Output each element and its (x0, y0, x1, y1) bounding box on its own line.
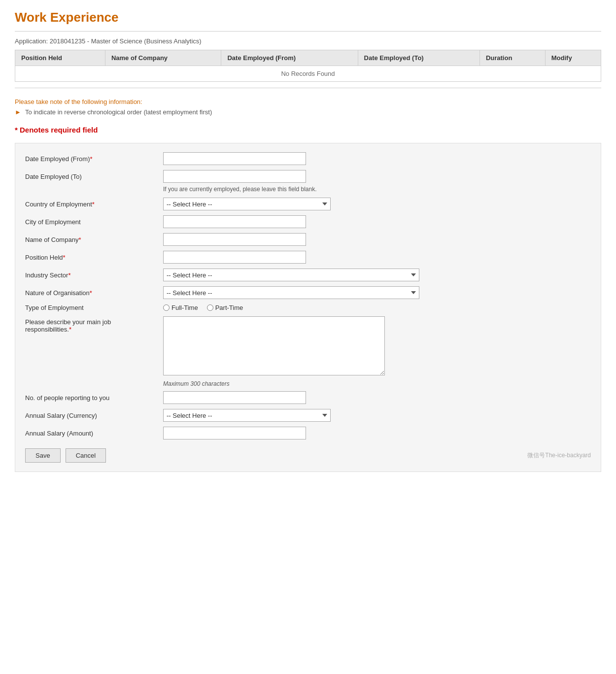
industry-label: Industry Sector* (25, 271, 163, 279)
col-company-name: Name of Company (105, 50, 221, 66)
divider-top (15, 31, 601, 32)
divider-middle (15, 88, 601, 88)
col-position-held: Position Held (15, 50, 105, 66)
work-experience-table: Position Held Name of Company Date Emplo… (15, 50, 601, 82)
job-desc-label: Please describe your main job responsibi… (25, 316, 163, 333)
country-label: Country of Employment* (25, 201, 163, 208)
reporting-label: No. of people reporting to you (25, 394, 163, 402)
reporting-row: No. of people reporting to you (25, 391, 591, 404)
nature-row: Nature of Organisation* -- Select Here -… (25, 286, 591, 299)
salary-currency-row: Annual Salary (Currency) -- Select Here … (25, 409, 591, 422)
nature-label: Nature of Organisation* (25, 289, 163, 297)
date-to-input[interactable] (163, 170, 306, 183)
date-from-row: Date Employed (From)* (25, 152, 591, 165)
col-date-from: Date Employed (From) (221, 50, 358, 66)
salary-currency-label: Annual Salary (Currency) (25, 412, 163, 419)
salary-amount-input[interactable] (163, 427, 306, 439)
watermark: 微信号The-ice-backyard (527, 451, 591, 460)
required-field-note: * Denotes required field (15, 126, 601, 134)
button-row: Save Cancel 微信号The-ice-backyard (25, 448, 591, 463)
country-select[interactable]: -- Select Here -- (163, 198, 331, 210)
company-row: Name of Company* (25, 233, 591, 246)
application-info: Application: 2018041235 - Master of Scie… (15, 37, 601, 45)
job-desc-row: Please describe your main job responsibi… (25, 316, 591, 375)
employment-type-label: Type of Employment (25, 304, 163, 311)
employment-type-group: Full-Time Part-Time (163, 304, 243, 311)
salary-currency-select[interactable]: -- Select Here -- (163, 409, 331, 422)
parttime-radio[interactable] (207, 304, 213, 311)
notice-item-1: ► To indicate in reverse chronological o… (15, 108, 601, 116)
industry-row: Industry Sector* -- Select Here -- (25, 269, 591, 281)
job-desc-textarea[interactable] (163, 316, 385, 375)
reporting-input[interactable] (163, 391, 306, 404)
no-records-row: No Records Found (15, 66, 601, 82)
country-row: Country of Employment* -- Select Here -- (25, 198, 591, 210)
notice-section: Please take note of the following inform… (15, 98, 601, 116)
char-limit-note: Maximum 300 characters (163, 380, 591, 387)
city-label: City of Employment (25, 218, 163, 226)
salary-currency-select-wrapper: -- Select Here -- (163, 409, 331, 422)
country-select-wrapper: -- Select Here -- (163, 198, 331, 210)
notice-title: Please take note of the following inform… (15, 98, 601, 105)
fulltime-label[interactable]: Full-Time (163, 304, 198, 311)
date-from-input[interactable] (163, 152, 306, 165)
cancel-button[interactable]: Cancel (66, 448, 106, 463)
page-title: Work Experience (15, 10, 601, 25)
industry-select-wrapper: -- Select Here -- (163, 269, 419, 281)
position-input[interactable] (163, 251, 306, 264)
col-duration: Duration (479, 50, 545, 66)
col-modify: Modify (545, 50, 601, 66)
employment-type-row: Type of Employment Full-Time Part-Time (25, 304, 591, 311)
nature-select[interactable]: -- Select Here -- (163, 286, 419, 299)
salary-amount-label: Annual Salary (Amount) (25, 430, 163, 437)
city-input[interactable] (163, 215, 306, 228)
date-to-row: Date Employed (To) (25, 170, 591, 183)
date-hint: If you are currently employed, please le… (163, 186, 591, 193)
fulltime-radio[interactable] (163, 304, 170, 311)
company-label: Name of Company* (25, 236, 163, 243)
city-row: City of Employment (25, 215, 591, 228)
save-button[interactable]: Save (25, 448, 61, 463)
company-input[interactable] (163, 233, 306, 246)
position-row: Position Held* (25, 251, 591, 264)
date-to-label: Date Employed (To) (25, 173, 163, 180)
work-experience-form: Date Employed (From)* Date Employed (To)… (15, 143, 601, 472)
col-date-to: Date Employed (To) (358, 50, 479, 66)
nature-select-wrapper: -- Select Here -- (163, 286, 419, 299)
notice-arrow-icon: ► (15, 108, 21, 116)
salary-amount-row: Annual Salary (Amount) (25, 427, 591, 439)
position-label: Position Held* (25, 254, 163, 261)
date-from-label: Date Employed (From)* (25, 155, 163, 163)
parttime-label[interactable]: Part-Time (207, 304, 243, 311)
industry-select[interactable]: -- Select Here -- (163, 269, 419, 281)
